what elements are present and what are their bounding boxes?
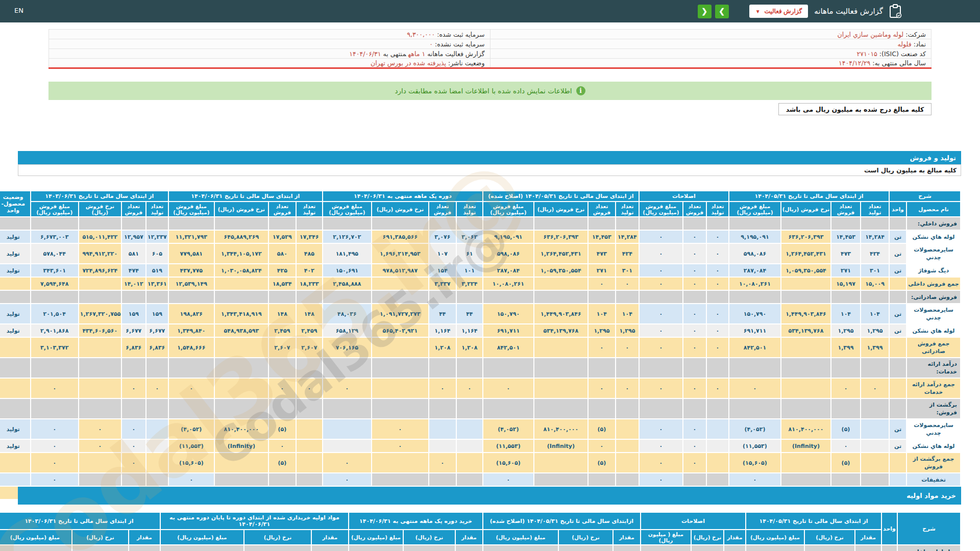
- unit-cell: تن: [890, 264, 906, 277]
- cell: [404, 545, 455, 551]
- value-cell: ۱,۳۴۹,۸۴۰: [169, 324, 214, 337]
- value-cell: ۰: [707, 379, 728, 398]
- value-cell: ۱۰,۰۸۰,۲۶۱: [729, 278, 780, 290]
- column-header: نرخ (ریال): [692, 530, 723, 544]
- cell: [0, 291, 30, 303]
- value-cell: ۰: [683, 419, 706, 439]
- value-cell: ۰: [31, 419, 78, 439]
- value-cell: ۱۴۸: [269, 304, 296, 323]
- value-cell: ۰: [589, 338, 615, 357]
- value-cell: ۰: [683, 231, 706, 243]
- cell: [79, 399, 121, 418]
- value-cell: ۰: [640, 278, 682, 290]
- cell: [534, 291, 587, 303]
- value-cell: ۱,۳۹۹: [861, 338, 889, 357]
- value-cell: ۰: [31, 473, 78, 486]
- value-cell: ۱۱,۳۲۱,۷۹۳: [169, 231, 214, 243]
- column-header: تعداد تولید: [146, 202, 168, 216]
- page-title: گزارش فعالیت ماهانه: [814, 7, 883, 16]
- cell: [831, 291, 860, 303]
- status-cell: [0, 453, 30, 472]
- language-toggle[interactable]: EN: [14, 7, 23, 14]
- value-cell: ۸۱۰,۴۰۰,۰۰۰: [215, 419, 268, 439]
- value-cell: (۱۱,۵۵۳): [729, 440, 780, 452]
- cell: [169, 358, 214, 378]
- cell: [483, 358, 533, 378]
- value-cell: ۱۰۷: [429, 244, 456, 263]
- column-header: نرخ فروش (ریال): [781, 202, 830, 216]
- table-row: برگشت از فروش:: [0, 399, 960, 418]
- value-cell: [323, 440, 371, 452]
- info-value: ۱۴۰۴/۰۶/۳۱: [349, 50, 381, 58]
- cell: [372, 399, 428, 418]
- column-header: مقدار: [312, 530, 348, 544]
- info-cell: وضعیت ناشر:پذیرفته شده در بورس تهران: [49, 59, 491, 68]
- value-cell: [861, 419, 889, 439]
- signed-info-banner: i اطلاعات نمایش داده شده با اطلاعات امضا…: [48, 82, 932, 100]
- column-header: مبلغ فروش (میلیون ریال): [31, 202, 78, 216]
- chevron-right-icon: ❯: [719, 7, 725, 15]
- cell: [746, 545, 804, 551]
- value-cell: ۱,۳۹۹: [831, 338, 860, 357]
- section-label-cell: درآمد ارائه خدمات:: [907, 358, 960, 378]
- value-cell: ۱۷,۵۲۹: [269, 231, 296, 243]
- column-group-header: واحد: [882, 513, 897, 544]
- cell: [559, 545, 612, 551]
- cell: [781, 358, 830, 378]
- value-cell: ۰: [616, 379, 639, 398]
- row-label-cell: سایرمحصولات چدني: [907, 244, 960, 263]
- next-report-button[interactable]: ❯: [715, 5, 729, 18]
- prev-report-button[interactable]: ❮: [698, 5, 712, 18]
- value-cell: [457, 419, 482, 439]
- info-row: نماد:فلولهسرمایه ثبت نشده:۰: [49, 39, 932, 49]
- column-group-header: دوره یک ماهه منتهی به ۱۴۰۴/۰۶/۳۱: [323, 191, 482, 201]
- cell: [483, 217, 533, 230]
- value-cell: ۱۲,۲۳۷: [146, 231, 168, 243]
- info-label: شرکت:: [905, 31, 926, 38]
- cell: [861, 358, 889, 378]
- value-cell: [297, 419, 322, 439]
- value-cell: ۶۳۶,۲۰۶,۳۹۳: [534, 231, 587, 243]
- cell: [269, 358, 296, 378]
- value-cell: (۵): [269, 419, 296, 439]
- column-header: تعداد فروش: [122, 202, 145, 216]
- cell: [72, 545, 128, 551]
- column-header: نرخ (ریال): [559, 530, 612, 544]
- cell: [457, 217, 482, 230]
- cell: [640, 291, 682, 303]
- unit-cell: تن: [890, 244, 906, 263]
- column-header: نام محصول: [907, 202, 960, 216]
- info-value: ۹,۳۰۰,۰۰۰: [407, 31, 435, 38]
- unit-cell: [890, 473, 906, 486]
- value-cell: ۱۰۴: [831, 304, 860, 323]
- value-cell: ۰: [122, 453, 145, 472]
- value-cell: ۷,۵۹۴,۶۴۸: [31, 278, 78, 290]
- cell: [707, 291, 728, 303]
- value-cell: (Infinity): [534, 440, 587, 452]
- value-cell: ۵۴۸,۹۳۸,۵۹۳: [215, 324, 268, 337]
- cell: [0, 217, 30, 230]
- cell: [729, 358, 780, 378]
- cell: [215, 291, 268, 303]
- value-cell: ۱۴,۴۵۳: [589, 231, 615, 243]
- cell: [0, 545, 71, 551]
- column-group-header: اصلاحات: [640, 191, 728, 201]
- cell: [855, 545, 881, 551]
- value-cell: ۲,۴۵۹: [269, 324, 296, 337]
- cell: [244, 545, 311, 551]
- value-cell: [429, 473, 456, 486]
- info-value: فلوله: [898, 40, 912, 48]
- cell: [729, 399, 780, 418]
- value-cell: ۰: [31, 379, 78, 398]
- value-cell: ۱۴,۴۵۳: [831, 231, 860, 243]
- report-type-button[interactable]: گزارش فعالیت ▼: [749, 5, 808, 18]
- value-cell: [534, 379, 587, 398]
- value-cell: ۸۴۲,۵۰۱: [729, 338, 780, 357]
- value-cell: ۴۴: [429, 304, 456, 323]
- cell: [31, 291, 78, 303]
- row-label-cell: جمع برگشت از فروش: [907, 453, 960, 472]
- value-cell: ۳۴۳,۶۰۱: [31, 264, 78, 277]
- value-cell: ۰: [429, 453, 456, 472]
- info-label: کد صنعت (ISIC):: [879, 50, 926, 58]
- value-cell: ۰: [683, 338, 706, 357]
